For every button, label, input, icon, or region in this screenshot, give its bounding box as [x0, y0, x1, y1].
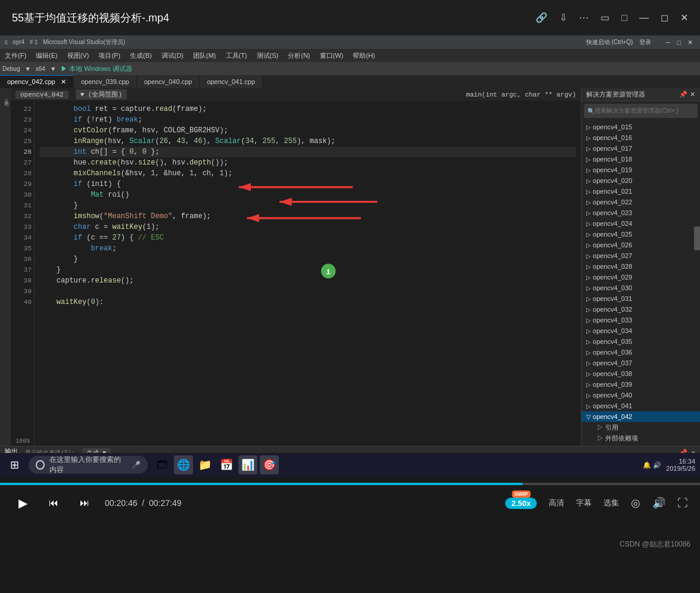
code-line-30: Mat roi(): [39, 190, 576, 200]
menu-project[interactable]: 项目(P): [98, 51, 120, 60]
tree-item-opencv039[interactable]: ▷ opencv4_039: [581, 379, 700, 390]
menu-analyze[interactable]: 分析(N): [288, 51, 310, 60]
menu-debug[interactable]: 调试(D): [161, 51, 183, 60]
taskbar-app-icon[interactable]: 🎯: [260, 455, 279, 474]
code-editor[interactable]: opencv4_042 ▼ (全局范围) main(int argc, char…: [11, 88, 581, 446]
taskbar-files-icon[interactable]: 📁: [195, 455, 214, 474]
function-selector[interactable]: main(int argc, char ** argv): [466, 91, 576, 98]
menu-file[interactable]: 文件(F): [5, 51, 26, 60]
more-icon[interactable]: ⋯: [579, 12, 589, 23]
tab-opencv040[interactable]: opencv_040.cpp: [137, 75, 200, 88]
panel-close-icon[interactable]: ✕: [690, 91, 695, 98]
tree-item-opencv026[interactable]: ▷ opencv4_026: [581, 240, 700, 250]
tree-item-opencv020[interactable]: ▷ opencv4_020: [581, 175, 700, 186]
download-icon[interactable]: ⇩: [559, 12, 567, 23]
tab-opencv042[interactable]: opencv_042.cpp ✕: [0, 75, 74, 88]
vs-close-icon[interactable]: ✕: [687, 39, 693, 46]
tree-item-opencv024[interactable]: ▷ opencv4_024: [581, 218, 700, 229]
progress-bar-fill: [0, 483, 522, 485]
tree-item-opencv023[interactable]: ▷ opencv4_023: [581, 207, 700, 218]
code-content: 22232425 26 27282930 31323334 35363738 3…: [11, 101, 581, 446]
panel-pin-icon[interactable]: 📌: [679, 91, 687, 98]
swip-label: SWIP: [512, 490, 530, 498]
prev-button[interactable]: ⏮: [43, 492, 64, 514]
tree-item-opencv036[interactable]: ▷ opencv4_036: [581, 347, 700, 358]
tree-item-opencv028[interactable]: ▷ opencv4_028: [581, 261, 700, 272]
quality-button[interactable]: 高清: [549, 498, 564, 508]
tree-item-opencv022[interactable]: ▷ opencv4_022: [581, 197, 700, 207]
tree-item-opencv019[interactable]: ▷ opencv4_019: [581, 164, 700, 175]
tree-item-opencv018[interactable]: ▷ opencv4_018: [581, 154, 700, 164]
share-icon[interactable]: 🔗: [536, 12, 547, 23]
tree-item-opencv040[interactable]: ▷ opencv4_040: [581, 390, 700, 400]
menu-help[interactable]: 帮助(H): [353, 51, 375, 60]
solution-search[interactable]: 🔍 搜索解决方案资源管理器(Ctrl+;): [584, 104, 698, 118]
tree-item-opencv016[interactable]: ▷ opencv4_016: [581, 132, 700, 143]
tree-item-opencv027[interactable]: ▷ opencv4_027: [581, 250, 700, 261]
fullscreen-button[interactable]: ⛶: [677, 497, 688, 510]
toolbar-debug-config[interactable]: Debug ▼: [2, 66, 31, 72]
panel-controls: 📌 ✕: [679, 91, 695, 98]
menu-team[interactable]: 团队(M): [193, 51, 216, 60]
minimize-icon[interactable]: —: [639, 13, 649, 23]
tab-opencv041[interactable]: opencv_041.cpp: [200, 75, 263, 88]
menu-build[interactable]: 生成(B): [130, 51, 152, 60]
time-display: 00:20:46 / 00:27:49: [105, 498, 181, 508]
close-icon[interactable]: ✕: [680, 12, 688, 23]
taskbar-multitask-icon[interactable]: 🗔: [153, 455, 172, 474]
tree-item-opencv015[interactable]: ▷ opencv4_015: [581, 122, 700, 132]
vs-maximize-icon[interactable]: □: [677, 39, 681, 46]
tree-item-opencv033[interactable]: ▷ opencv4_033: [581, 315, 700, 325]
progress-bar[interactable]: [0, 483, 700, 485]
maximize-icon[interactable]: ◻: [661, 12, 668, 23]
code-line-23: if (!ret) break;: [39, 114, 576, 125]
tree-item-external-deps[interactable]: ▷ 外部依赖项: [581, 433, 700, 442]
tree-item-opencv038[interactable]: ▷ opencv4_038: [581, 368, 700, 379]
miniplayer-icon[interactable]: □: [621, 13, 627, 23]
speed-badge[interactable]: SWIP 2.50x: [505, 498, 537, 509]
menu-test[interactable]: 测试(S): [257, 51, 279, 60]
volume-button[interactable]: 🔊: [652, 496, 665, 510]
menu-edit[interactable]: 编辑(E): [36, 51, 58, 60]
vs-left-sidebar: 工 具 箱: [0, 88, 11, 446]
tree-item-opencv031[interactable]: ▷ opencv4_031: [581, 293, 700, 304]
taskbar-search[interactable]: 在这里输入你要搜索的内容 🎤: [29, 456, 148, 474]
play-button[interactable]: ▶: [12, 492, 33, 514]
scope-selector[interactable]: opencv4_042: [15, 91, 69, 99]
start-button[interactable]: ⊞: [5, 455, 24, 474]
taskbar-browser-icon[interactable]: 🌐: [174, 455, 193, 474]
tree-item-opencv030[interactable]: ▷ opencv4_030: [581, 282, 700, 293]
tab-opencv039[interactable]: opencv_039.cpp: [74, 75, 137, 88]
tree-item-opencv017[interactable]: ▷ opencv4_017: [581, 143, 700, 154]
tree-item-references[interactable]: ▷ 引用: [581, 422, 700, 433]
tree-item-opencv025[interactable]: ▷ opencv4_025: [581, 229, 700, 240]
tree-item-opencv032[interactable]: ▷ opencv4_032: [581, 304, 700, 315]
tree-item-opencv021[interactable]: ▷ opencv4_021: [581, 186, 700, 197]
danmaku-button[interactable]: ◎: [631, 496, 640, 510]
collection-button[interactable]: 选集: [603, 498, 619, 508]
total-time: 00:27:49: [149, 498, 182, 508]
menu-tools[interactable]: 工具(T): [226, 51, 247, 60]
pip-icon[interactable]: ▭: [601, 12, 609, 23]
code-line-24: cvtColor(frame, hsv, COLOR_BGR2HSV);: [39, 125, 576, 136]
tree-item-opencv034[interactable]: ▷ opencv4_034: [581, 325, 700, 336]
tree-item-opencv029[interactable]: ▷ opencv4_029: [581, 272, 700, 282]
editor-header: opencv4_042 ▼ (全局范围) main(int argc, char…: [11, 88, 581, 101]
mic-icon[interactable]: 🎤: [132, 461, 141, 469]
tree-item-opencv037[interactable]: ▷ opencv4_037: [581, 358, 700, 368]
toolbar-platform[interactable]: x64 ▼: [36, 66, 56, 72]
vs-minimize-icon[interactable]: ─: [665, 39, 670, 46]
toolbar-run[interactable]: ▶ 本地 Windows 调试器: [61, 64, 132, 73]
tree-item-opencv041[interactable]: ▷ opencv4_041: [581, 400, 700, 411]
tree-item-opencv042[interactable]: ▽ opencv4_042: [581, 411, 700, 422]
code-line-37: }: [39, 265, 576, 275]
subtitle-button[interactable]: 字幕: [576, 498, 592, 508]
menu-view[interactable]: 视图(V): [67, 51, 89, 60]
menu-window[interactable]: 窗口(W): [320, 51, 344, 60]
scroll-handle[interactable]: [694, 226, 700, 250]
taskbar-calendar-icon[interactable]: 📅: [217, 455, 236, 474]
taskbar-vs-icon[interactable]: 📊: [238, 455, 257, 474]
tree-item-opencv035[interactable]: ▷ opencv4_035: [581, 336, 700, 347]
next-button[interactable]: ⏭: [74, 492, 95, 514]
scope-dropdown[interactable]: ▼ (全局范围): [76, 89, 127, 100]
